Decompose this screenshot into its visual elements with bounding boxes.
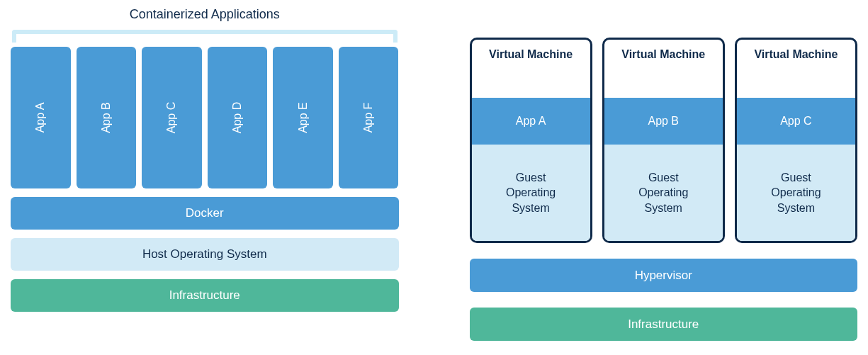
container-architecture-column: Containerized Applications App A App B A…: [11, 7, 399, 341]
container-app-f: App F: [339, 47, 399, 188]
vm-box-c: Virtual Machine App C Guest Operating Sy…: [735, 38, 857, 243]
vm-architecture-column: Virtual Machine App A Guest Operating Sy…: [470, 7, 858, 341]
spacer: [470, 7, 858, 38]
container-app-b: App B: [77, 47, 137, 188]
vm-guest-os: Guest Operating System: [472, 145, 590, 241]
container-app-a: App A: [11, 47, 71, 188]
app-label: App F: [362, 103, 375, 133]
vm-box-a: Virtual Machine App A Guest Operating Sy…: [470, 38, 592, 243]
vm-title: Virtual Machine: [604, 40, 723, 98]
vm-title: Virtual Machine: [472, 40, 590, 98]
container-app-d: App D: [208, 47, 268, 188]
app-label: App A: [34, 103, 47, 133]
vm-box-b: Virtual Machine App B Guest Operating Sy…: [602, 38, 725, 243]
vm-guest-os: Guest Operating System: [604, 145, 723, 241]
container-title: Containerized Applications: [11, 7, 399, 28]
container-app-e: App E: [273, 47, 333, 188]
host-os-layer: Host Operating System: [11, 238, 399, 271]
vm-row: Virtual Machine App A Guest Operating Sy…: [470, 38, 858, 243]
vm-app: App B: [604, 98, 723, 145]
app-label: App C: [165, 102, 178, 133]
vm-app: App A: [472, 98, 590, 145]
hypervisor-layer: Hypervisor: [470, 259, 858, 292]
app-label: App D: [231, 102, 244, 133]
docker-layer: Docker: [11, 197, 399, 230]
infrastructure-layer: Infrastructure: [470, 308, 858, 341]
app-label: App B: [100, 102, 113, 133]
container-app-c: App C: [142, 47, 202, 188]
infrastructure-layer: Infrastructure: [11, 279, 399, 312]
app-label: App E: [297, 102, 310, 133]
container-apps-row: App A App B App C App D App E App F: [11, 47, 399, 188]
bracket-icon: [12, 30, 398, 43]
vm-app: App C: [737, 98, 855, 145]
vm-guest-os: Guest Operating System: [737, 145, 855, 241]
vm-title: Virtual Machine: [737, 40, 855, 98]
